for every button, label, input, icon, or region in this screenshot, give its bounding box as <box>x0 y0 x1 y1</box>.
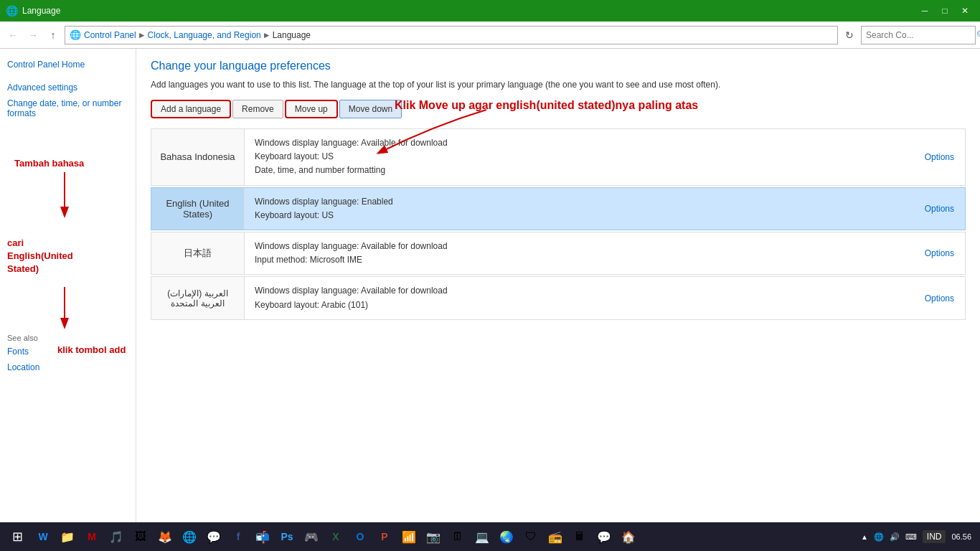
page-title: Change your language preferences <box>151 60 966 72</box>
lang-options-english[interactable]: Options <box>914 188 965 230</box>
title-bar-text: Language <box>22 6 60 16</box>
address-bar: ← → ↑ 🌐 Control Panel ► Clock, Language,… <box>0 22 980 49</box>
search-input[interactable] <box>866 30 974 40</box>
close-button[interactable]: ✕ <box>956 4 974 18</box>
lang-options-bahasa[interactable]: Options <box>914 129 965 185</box>
lang-details-japanese: Windows display language: Available for … <box>245 232 914 274</box>
lang-item-japanese[interactable]: 日本語 Windows display language: Available … <box>151 232 966 275</box>
sidebar-home-link[interactable]: Control Panel Home <box>7 60 128 70</box>
search-box[interactable]: 🔍 <box>861 26 976 44</box>
options-link-arabic[interactable]: Options <box>925 293 954 303</box>
page-description: Add languages you want to use to this li… <box>151 80 725 90</box>
move-up-button[interactable]: Move up <box>285 100 338 118</box>
breadcrumb-lang: Language <box>273 30 311 40</box>
lang-name-arabic: العربية (الإمارات)العربية المتحدة <box>151 277 245 319</box>
refresh-button[interactable]: ↻ <box>841 27 858 44</box>
lang-name-english: English (United States) <box>151 188 245 230</box>
up-button[interactable]: ↑ <box>44 27 62 44</box>
options-link-english[interactable]: Options <box>925 204 954 214</box>
breadcrumb-icon: 🌐 <box>70 29 81 40</box>
sidebar-date-link[interactable]: Change date, time, or number formats <box>7 98 128 118</box>
title-bar: 🌐 Language ─ □ ✕ <box>0 0 980 22</box>
sidebar: Control Panel Home Advanced settings Cha… <box>0 49 136 522</box>
content-area: Change your language preferences Add lan… <box>136 49 980 522</box>
app-icon: 🌐 <box>6 5 18 17</box>
forward-button[interactable]: → <box>24 27 42 44</box>
main-container: Control Panel Home Advanced settings Cha… <box>0 49 980 522</box>
sidebar-advanced-link[interactable]: Advanced settings <box>7 83 128 93</box>
see-also-title: See also <box>7 334 128 342</box>
options-link-bahasa[interactable]: Options <box>925 152 954 162</box>
lang-item-arabic[interactable]: العربية (الإمارات)العربية المتحدة Window… <box>151 276 966 319</box>
sidebar-fonts-link[interactable]: Fonts <box>7 347 128 357</box>
move-down-button[interactable]: Move down <box>339 100 402 118</box>
maximize-button[interactable]: □ <box>936 4 954 18</box>
lang-details-arabic: Windows display language: Available for … <box>245 277 914 319</box>
back-button[interactable]: ← <box>4 27 22 44</box>
lang-details-bahasa: Windows display language: Available for … <box>245 129 914 185</box>
search-icon: 🔍 <box>976 30 980 40</box>
lang-options-arabic[interactable]: Options <box>914 277 965 319</box>
lang-options-japanese[interactable]: Options <box>914 232 965 274</box>
minimize-button[interactable]: ─ <box>915 4 934 18</box>
lang-item-bahasa[interactable]: Bahasa Indonesia Windows display languag… <box>151 128 966 186</box>
lang-name-japanese: 日本語 <box>151 232 245 274</box>
add-language-button[interactable]: Add a language <box>151 100 231 118</box>
remove-button[interactable]: Remove <box>232 100 283 118</box>
address-field[interactable]: 🌐 Control Panel ► Clock, Language, and R… <box>65 26 838 44</box>
breadcrumb-clr[interactable]: Clock, Language, and Region <box>148 30 261 40</box>
sidebar-location-link[interactable]: Location <box>7 362 128 372</box>
lang-name-bahasa: Bahasa Indonesia <box>151 129 245 185</box>
breadcrumb-cp[interactable]: Control Panel <box>84 30 136 40</box>
lang-item-english[interactable]: English (United States) Windows display … <box>151 187 966 230</box>
options-link-japanese[interactable]: Options <box>925 248 954 258</box>
language-list: Bahasa Indonesia Windows display languag… <box>151 128 966 320</box>
lang-details-english: Windows display language: Enabled Keyboa… <box>245 188 914 230</box>
toolbar: Add a language Remove Move up Move down <box>151 100 966 118</box>
